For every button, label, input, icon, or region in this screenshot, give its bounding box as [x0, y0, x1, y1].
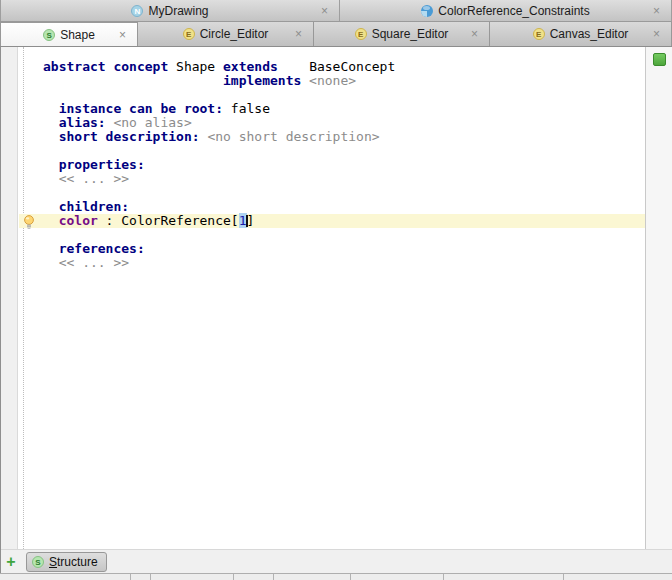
spacer	[43, 101, 59, 116]
close-icon[interactable]: ×	[321, 5, 328, 17]
code-line-blank	[43, 186, 395, 200]
concept-declaration-code[interactable]: abstract concept Shape extends BaseConce…	[43, 60, 395, 270]
window-left-edge	[0, 47, 1, 573]
root-value-cell[interactable]: false	[231, 101, 270, 116]
close-icon[interactable]: ×	[653, 5, 660, 17]
aspect-tab-structure[interactable]: S Structure	[26, 552, 107, 572]
spacer	[43, 129, 59, 144]
close-icon[interactable]: ×	[119, 29, 126, 41]
aspect-tab-bar: + S Structure	[0, 549, 672, 573]
code-line-instance-can-be-root[interactable]: instance can be root: false	[43, 102, 395, 116]
clipped-table-header-strip	[0, 573, 672, 580]
spacer	[43, 255, 59, 270]
child-type-cell[interactable]: : ColorReference[	[98, 213, 239, 228]
editor-gutter	[0, 47, 18, 549]
keyword: implements	[223, 73, 309, 88]
concept-icon: S	[43, 29, 55, 41]
error-stripe	[645, 47, 672, 549]
model-n-icon: N	[131, 5, 143, 17]
editor-aspect-icon: E	[355, 28, 367, 40]
spacer	[43, 213, 59, 228]
code-line-children-header[interactable]: children:	[43, 200, 395, 214]
editor-tab-bar: S Shape × E Circle_Editor × E Square_Edi…	[0, 22, 672, 47]
editor-tab-square-editor[interactable]: E Square_Editor ×	[314, 22, 490, 46]
keyword: instance can be root:	[59, 101, 231, 116]
spacer	[278, 59, 309, 74]
spacer	[43, 241, 59, 256]
intention-lightbulb-icon[interactable]	[23, 215, 35, 229]
empty-list-cell[interactable]: << ... >>	[59, 171, 129, 186]
add-aspect-button[interactable]: +	[0, 552, 22, 572]
code-line-properties-header[interactable]: properties:	[43, 158, 395, 172]
fold-guide-line	[23, 47, 24, 549]
spacer	[43, 171, 59, 186]
spacer	[43, 115, 59, 130]
keyword: short description:	[59, 129, 208, 144]
file-tab-label: ColorReference_Constraints	[438, 4, 589, 18]
aspect-tab-label: Structure	[49, 555, 98, 569]
code-line-properties-empty[interactable]: << ... >>	[43, 172, 395, 186]
keyword: children:	[59, 199, 129, 214]
spacer	[43, 73, 223, 88]
editor-tab-shape[interactable]: S Shape ×	[0, 22, 138, 46]
editor-tab-circle-editor[interactable]: E Circle_Editor ×	[138, 22, 314, 46]
editor-tab-label: Square_Editor	[372, 27, 449, 41]
editor-tab-label: Shape	[60, 28, 95, 42]
code-line-references-empty[interactable]: << ... >>	[43, 256, 395, 270]
keyword: references:	[59, 241, 145, 256]
close-icon[interactable]: ×	[653, 28, 660, 40]
spacer	[43, 157, 59, 172]
concept-name-cell[interactable]: Shape	[176, 59, 223, 74]
short-description-value-cell[interactable]: <no short description>	[207, 129, 379, 144]
mps-ide-window: N MyDrawing × ColorReference_Constraints…	[0, 0, 672, 580]
code-line-references-header[interactable]: references:	[43, 242, 395, 256]
bracket: ]	[247, 213, 255, 228]
inspection-status-indicator-green[interactable]	[653, 53, 666, 66]
file-tab-label: MyDrawing	[148, 4, 208, 18]
concept-editor-surface[interactable]: abstract concept Shape extends BaseConce…	[0, 47, 672, 549]
close-icon[interactable]: ×	[471, 28, 478, 40]
editor-tab-label: Canvas_Editor	[550, 27, 629, 41]
constraints-icon	[421, 5, 433, 17]
implements-value-cell[interactable]: <none>	[309, 73, 356, 88]
keyword: alias:	[59, 115, 114, 130]
code-line-short-description[interactable]: short description: <no short description…	[43, 130, 395, 144]
alias-value-cell[interactable]: <no alias>	[113, 115, 191, 130]
keyword: abstract concept	[43, 59, 176, 74]
code-line-blank	[43, 88, 395, 102]
code-line-implements[interactable]: implements <none>	[43, 74, 395, 88]
extends-value-cell[interactable]: BaseConcept	[309, 59, 395, 74]
file-tab-colorreference-constraints[interactable]: ColorReference_Constraints ×	[340, 0, 672, 21]
file-tab-mydrawing[interactable]: N MyDrawing ×	[0, 0, 340, 21]
child-name-cell[interactable]: color	[59, 213, 98, 228]
keyword: properties:	[59, 157, 145, 172]
editor-tab-label: Circle_Editor	[200, 27, 269, 41]
code-line-blank	[43, 144, 395, 158]
code-line-child-color[interactable]: color : ColorReference[1]	[43, 214, 395, 228]
editor-aspect-icon: E	[533, 28, 545, 40]
empty-list-cell[interactable]: << ... >>	[59, 255, 129, 270]
keyword: extends	[223, 59, 278, 74]
code-line-alias[interactable]: alias: <no alias>	[43, 116, 395, 130]
code-line-blank	[43, 228, 395, 242]
close-icon[interactable]: ×	[295, 28, 302, 40]
code-line-extends[interactable]: abstract concept Shape extends BaseConce…	[43, 60, 395, 74]
structure-aspect-icon: S	[32, 556, 44, 568]
file-tab-bar: N MyDrawing × ColorReference_Constraints…	[0, 0, 672, 22]
editor-tab-canvas-editor[interactable]: E Canvas_Editor ×	[490, 22, 672, 46]
editor-aspect-icon: E	[183, 28, 195, 40]
spacer	[43, 199, 59, 214]
